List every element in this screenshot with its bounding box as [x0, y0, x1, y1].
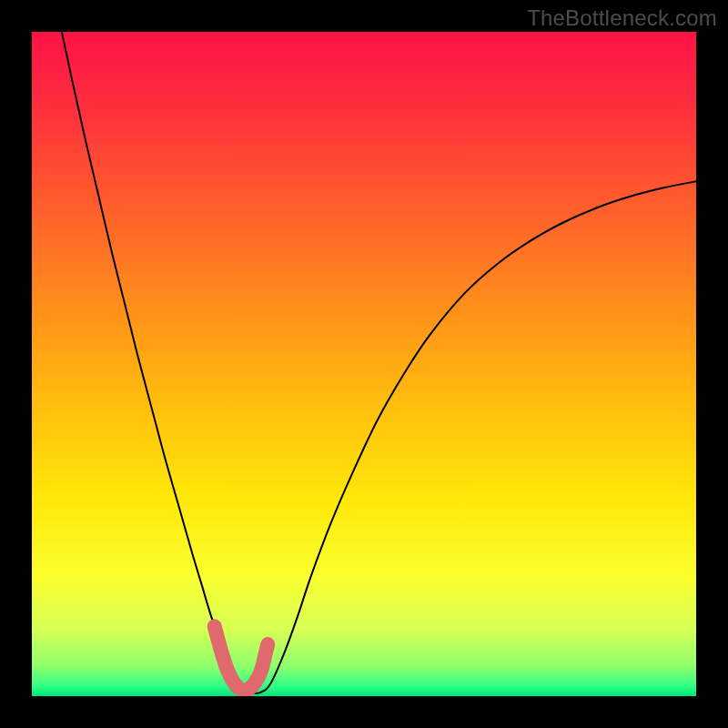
chart-frame: TheBottleneck.com	[0, 0, 728, 728]
plot-area	[32, 32, 696, 696]
bottleneck-chart	[32, 32, 696, 696]
watermark-text: TheBottleneck.com	[527, 5, 717, 31]
gradient-background	[32, 32, 696, 696]
